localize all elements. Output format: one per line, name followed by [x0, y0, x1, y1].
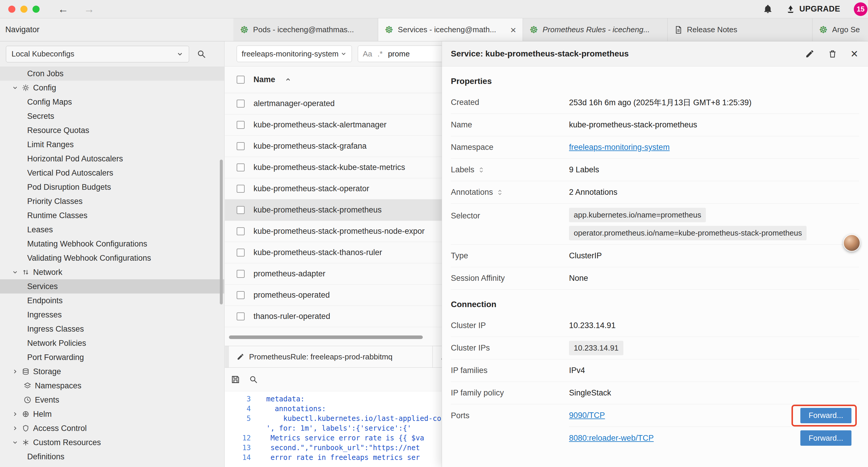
port-8080-link[interactable]: 8080:reloader-web/TCP: [569, 434, 654, 443]
kubeconfig-selector-value: Local Kubeconfigs: [11, 49, 74, 59]
sidebar-group-network[interactable]: Network: [0, 265, 224, 279]
kubeconfig-selector[interactable]: Local Kubeconfigs: [6, 46, 189, 62]
expand-updown-icon[interactable]: [478, 167, 485, 173]
sidebar-item-network-policies[interactable]: Network Policies: [0, 336, 224, 350]
row-checkbox[interactable]: [237, 249, 245, 257]
namespace-selector[interactable]: freeleaps-monitoring-system: [237, 46, 352, 62]
window-minimize-button[interactable]: [20, 6, 28, 13]
notification-count-badge[interactable]: 15: [854, 2, 867, 16]
sidebar-group-custom-resources[interactable]: Custom Resources: [0, 435, 224, 449]
tab-argo[interactable]: ☸ Argo Se: [812, 18, 868, 41]
sidebar-item-endpoints[interactable]: Endpoints: [0, 293, 224, 308]
sidebar-item-port-forwarding[interactable]: Port Forwarding: [0, 350, 224, 364]
forward-port-button[interactable]: Forward...: [800, 408, 851, 423]
namespace-link[interactable]: freeleaps-monitoring-system: [569, 143, 670, 152]
edit-pencil-icon[interactable]: [805, 49, 814, 59]
sort-ascending-icon[interactable]: [285, 77, 291, 83]
sidebar-item-limit-ranges[interactable]: Limit Ranges: [0, 138, 224, 152]
service-search-input[interactable]: Aa .* prome: [358, 46, 452, 62]
forward-port-button[interactable]: Forward...: [800, 430, 851, 446]
back-icon[interactable]: ←: [58, 3, 68, 16]
sidebar-item-cron-jobs[interactable]: Cron Jobs: [0, 66, 224, 81]
detail-row-type: Type ClusterIP: [451, 245, 859, 267]
sidebar-item-mutating-webhook-configurations[interactable]: Mutating Webhook Configurations: [0, 237, 224, 251]
close-drawer-icon[interactable]: ×: [850, 48, 858, 60]
sidebar-item-horizontal-pod-autoscalers[interactable]: Horizontal Pod Autoscalers: [0, 152, 224, 166]
sidebar-item-label: Limit Ranges: [27, 140, 74, 149]
upgrade-button[interactable]: UPGRADE: [786, 4, 840, 13]
sidebar-group-access-control[interactable]: Access Control: [0, 421, 224, 435]
row-checkbox[interactable]: [237, 270, 245, 278]
notifications-bell-icon[interactable]: [763, 4, 773, 14]
row-checkbox[interactable]: [237, 121, 245, 129]
sidebar-item-services[interactable]: Services: [0, 279, 224, 293]
tab-label: Pods - icecheng@mathmas...: [253, 25, 354, 34]
window-close-button[interactable]: [8, 6, 16, 13]
sidebar-item-label: Port Forwarding: [27, 353, 84, 362]
detail-label: Type: [451, 251, 569, 260]
row-checkbox[interactable]: [237, 185, 245, 193]
row-checkbox[interactable]: [237, 206, 245, 214]
tab-services[interactable]: ☸ Services - icecheng@math... ×: [378, 18, 523, 41]
sidebar-group-storage[interactable]: Storage: [0, 364, 224, 379]
tab-pods[interactable]: ☸ Pods - icecheng@mathmas...: [234, 18, 378, 41]
labels-count[interactable]: 9 Labels: [569, 165, 859, 174]
service-name: alertmanager-operated: [253, 99, 335, 108]
sidebar-item-ingresses[interactable]: Ingresses: [0, 308, 224, 322]
save-icon[interactable]: [231, 375, 240, 384]
expand-updown-icon[interactable]: [497, 189, 503, 196]
port-9090-link[interactable]: 9090/TCP: [569, 411, 605, 420]
sidebar-item-priority-classes[interactable]: Priority Classes: [0, 194, 224, 208]
sidebar-item-events[interactable]: Events: [0, 393, 224, 407]
editor-search-icon[interactable]: [249, 375, 258, 384]
select-all-checkbox[interactable]: [237, 76, 245, 84]
horizontal-scrollbar[interactable]: [229, 335, 423, 339]
sidebar-item-vertical-pod-autoscalers[interactable]: Vertical Pod Autoscalers: [0, 166, 224, 180]
sidebar-item-runtime-classes[interactable]: Runtime Classes: [0, 208, 224, 223]
sidebar-item-namespaces[interactable]: Namespaces: [0, 379, 224, 393]
tab-prometheus-rules[interactable]: ☸ Prometheus Rules - icecheng...: [523, 18, 668, 41]
sidebar-item-label: Namespaces: [35, 381, 82, 390]
sidebar-item-label: Network: [33, 268, 62, 277]
row-checkbox[interactable]: [237, 99, 245, 108]
chevron-right-icon: [12, 411, 18, 417]
match-case-toggle[interactable]: Aa: [363, 49, 372, 59]
sidebar-item-validating-webhook-configurations[interactable]: Validating Webhook Configurations: [0, 251, 224, 265]
annotations-count[interactable]: 2 Annotations: [569, 188, 859, 197]
line-number: [225, 424, 257, 433]
sidebar-item-config-maps[interactable]: Config Maps: [0, 95, 224, 109]
titlebar-right: UPGRADE 15: [763, 2, 868, 16]
sidebar-item-resource-quotas[interactable]: Resource Quotas: [0, 123, 224, 138]
user-avatar[interactable]: [843, 234, 860, 252]
sidebar-scrollbar[interactable]: [220, 159, 223, 304]
kubernetes-icon: ☸: [529, 25, 538, 35]
sidebar-item-pod-disruption-budgets[interactable]: Pod Disruption Budgets: [0, 180, 224, 194]
chevron-down-icon: [12, 269, 18, 275]
detail-label: Ports: [451, 404, 569, 427]
sidebar-group-config[interactable]: Config: [0, 81, 224, 95]
sidebar-item-leases[interactable]: Leases: [0, 223, 224, 237]
sidebar-item-secrets[interactable]: Secrets: [0, 109, 224, 123]
detail-row-created: Created 253d 16h 6m ago (2025年1月13日 GMT+…: [451, 91, 859, 114]
name-column-header[interactable]: Name: [253, 75, 275, 84]
regex-toggle[interactable]: .*: [378, 49, 382, 59]
delete-trash-icon[interactable]: [828, 49, 837, 59]
helm-wheel-icon: [22, 410, 30, 418]
search-icon[interactable]: [197, 49, 206, 59]
tab-release-notes[interactable]: Release Notes: [668, 18, 812, 41]
detail-label: Cluster IP: [451, 321, 569, 330]
sidebar-item-ingress-classes[interactable]: Ingress Classes: [0, 322, 224, 336]
chevron-down-icon: [340, 51, 347, 57]
editor-tab-prometheusrule[interactable]: PrometheusRule: freeleaps-prod-rabbitmq: [229, 346, 433, 368]
sidebar-group-helm[interactable]: Helm: [0, 407, 224, 421]
created-value: 253d 16h 6m ago (2025年1月13日 GMT+8 1:25:3…: [569, 97, 859, 108]
row-checkbox[interactable]: [237, 164, 245, 171]
row-checkbox[interactable]: [237, 227, 245, 235]
window-zoom-button[interactable]: [32, 6, 39, 13]
row-checkbox[interactable]: [237, 313, 245, 320]
sidebar-item-definitions[interactable]: Definitions: [0, 449, 224, 464]
forward-icon[interactable]: →: [84, 3, 95, 16]
row-checkbox[interactable]: [237, 291, 245, 299]
row-checkbox[interactable]: [237, 142, 245, 150]
close-tab-icon[interactable]: ×: [510, 25, 516, 35]
